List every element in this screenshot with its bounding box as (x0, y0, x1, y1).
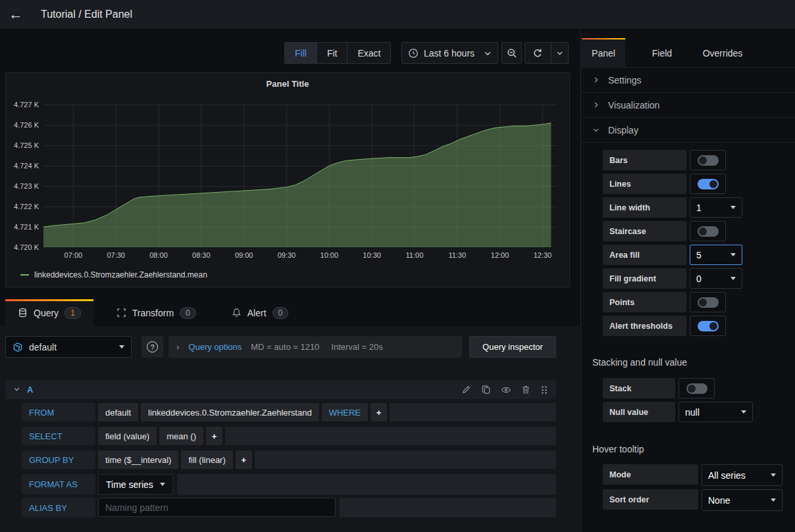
copy-icon[interactable] (481, 385, 491, 395)
line-width-label: Line width (603, 197, 686, 218)
select-aggregate-segment[interactable]: mean () (159, 427, 203, 445)
tab-panel[interactable]: Panel (582, 38, 625, 68)
bars-row: Bars (603, 150, 742, 170)
time-range-picker[interactable]: Last 6 hours (401, 42, 498, 64)
lines-toggle[interactable] (690, 174, 726, 194)
fit-mode-button[interactable]: Fit (317, 43, 348, 63)
fill-gradient-select[interactable]: 0 (690, 268, 742, 289)
alias-by-input[interactable] (98, 498, 336, 517)
staircase-label: Staircase (603, 221, 686, 241)
time-series-chart[interactable] (43, 105, 557, 247)
group-by-time-segment[interactable]: time ($__interval) (98, 450, 178, 469)
drag-handle-icon[interactable] (540, 385, 548, 395)
chevron-down-icon (731, 206, 736, 209)
tab-alert[interactable]: Alert 0 (219, 299, 301, 326)
query-ref-id: A (27, 385, 33, 395)
line-width-select[interactable]: 1 (690, 197, 742, 218)
legend-item[interactable]: linkeddevices.0.Stromzaehler.Zaehlerstan… (20, 270, 207, 279)
graph-panel: Panel Title 4.727 K4.726 K4.725 K4.724 K… (5, 72, 570, 287)
hover-tooltip-options: ModeAll seriesSort orderNone (603, 464, 782, 511)
row-filler (177, 474, 556, 495)
null-value-select[interactable]: null (679, 402, 753, 422)
query-options-summary: MD = auto = 1210Interval = 20s (251, 342, 382, 352)
staircase-toggle[interactable] (690, 221, 726, 241)
staircase-row: Staircase (603, 221, 742, 241)
mode-select[interactable]: All series (702, 464, 782, 486)
select-field-segment[interactable]: field (value) (98, 427, 157, 445)
edit-pencil-icon[interactable] (461, 385, 471, 395)
toggle-knob (699, 228, 707, 235)
fill-gradient-row: Fill gradient0 (603, 268, 742, 289)
fill-gradient-value: 0 (696, 274, 702, 284)
select-row: SELECT field (value) mean () + (22, 427, 556, 445)
points-toggle-pill (698, 297, 719, 308)
query-options-bar: › Query options MD = auto = 1210Interval… (168, 336, 462, 358)
group-by-add-button[interactable]: + (236, 450, 252, 469)
eye-icon[interactable] (501, 385, 511, 395)
x-axis-label: 12:00 (482, 251, 519, 259)
datasource-help-button[interactable]: ? (141, 336, 163, 358)
group-by-row: GROUP BY time ($__interval) fill (linear… (22, 450, 556, 469)
section-visualization[interactable]: Visualization (581, 93, 795, 118)
group-by-fill-segment[interactable]: fill (linear) (181, 450, 232, 469)
tab-query[interactable]: Query 1 (5, 299, 93, 326)
question-mark-icon: ? (147, 341, 158, 352)
stack-toggle[interactable] (679, 378, 715, 399)
from-datasource-segment[interactable]: default (98, 403, 138, 422)
points-toggle[interactable] (690, 292, 726, 312)
format-as-select[interactable]: Time series (98, 474, 173, 495)
collapse-chevron-icon[interactable] (13, 385, 20, 394)
where-add-button[interactable]: + (371, 403, 387, 422)
alert-thresholds-toggle[interactable] (690, 316, 726, 336)
refresh-interval-chevron-icon[interactable] (551, 49, 568, 57)
panel-title[interactable]: Panel Title (6, 79, 569, 89)
x-axis-label: 10:00 (311, 251, 347, 259)
chevron-right-icon[interactable]: › (176, 342, 179, 352)
query-editor: default ? › Query options MD = auto = 12… (0, 326, 580, 532)
section-settings-label: Settings (608, 75, 642, 85)
hover-tooltip-heading: Hover tooltip (592, 444, 644, 454)
datasource-select[interactable]: default (5, 336, 132, 358)
chevron-down-icon (731, 277, 736, 280)
trash-icon[interactable] (521, 385, 530, 395)
chevron-down-icon (484, 49, 492, 57)
refresh-icon[interactable] (525, 48, 551, 59)
tab-overrides[interactable]: Overrides (693, 38, 752, 68)
transform-count-badge: 0 (180, 307, 196, 319)
x-axis-label: 07:30 (97, 251, 134, 259)
from-measurement-segment[interactable]: linkeddevices.0.Stromzaehler.Zaehlerstan… (141, 403, 319, 422)
clock-icon (408, 48, 419, 59)
section-settings[interactable]: Settings (581, 68, 795, 93)
section-display[interactable]: Display (581, 118, 795, 143)
chevron-down-icon (771, 473, 776, 477)
query-options-link[interactable]: Query options (188, 342, 242, 352)
display-mode-group: Fill Fit Exact (284, 42, 391, 64)
row-filler (225, 427, 556, 445)
legend-series-label: linkeddevices.0.Stromzaehler.Zaehlerstan… (34, 270, 207, 279)
x-axis-label: 11:00 (396, 251, 433, 259)
stack-label: Stack (603, 378, 675, 399)
mode-row: ModeAll series (603, 464, 782, 486)
fill-mode-button[interactable]: Fill (285, 43, 317, 63)
tab-field[interactable]: Field (642, 38, 682, 68)
back-arrow-icon[interactable]: ← (0, 0, 32, 30)
alias-by-row: ALIAS BY (22, 498, 556, 518)
bell-icon (232, 308, 242, 318)
chevron-down-icon (160, 483, 165, 486)
stacking-heading: Stacking and null value (592, 357, 687, 368)
query-inspector-button[interactable]: Query inspector (469, 336, 556, 358)
chevron-right-icon (592, 101, 600, 109)
sort-order-select[interactable]: None (702, 489, 782, 511)
bars-toggle[interactable] (690, 150, 726, 170)
area-fill-select[interactable]: 5 (690, 245, 742, 265)
stack-row: Stack (603, 378, 753, 399)
y-axis-label: 4.723 K (7, 182, 39, 190)
zoom-out-button[interactable] (501, 42, 522, 64)
exact-mode-button[interactable]: Exact (347, 43, 390, 63)
display-options: BarsLinesLine width1StaircaseArea fill5F… (603, 150, 742, 336)
tab-transform[interactable]: Transform 0 (104, 299, 209, 326)
select-add-button[interactable]: + (206, 427, 222, 445)
lines-row: Lines (603, 174, 742, 194)
where-label: WHERE (322, 403, 368, 422)
query-actions (461, 385, 548, 395)
